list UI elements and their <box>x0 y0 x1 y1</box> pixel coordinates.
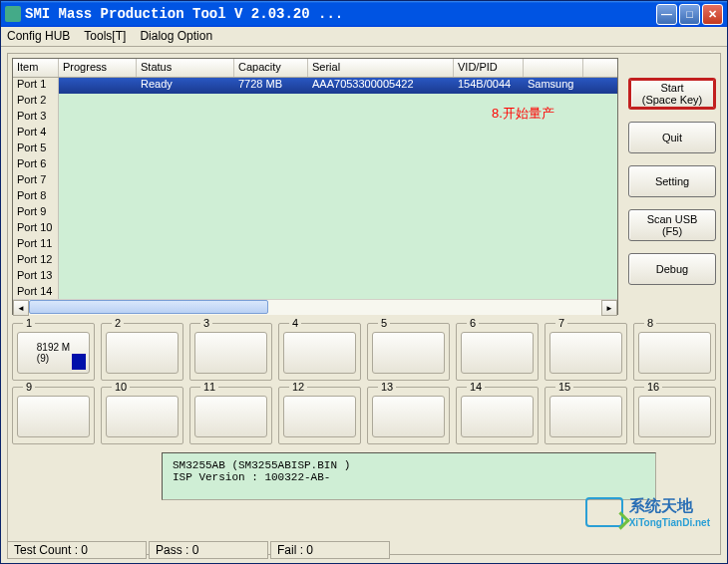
table-row[interactable]: Port 13 <box>13 269 617 285</box>
slot-display[interactable] <box>461 332 534 374</box>
h-scrollbar[interactable]: ◄ ► <box>13 299 617 315</box>
cell-serial <box>308 205 454 221</box>
cell-capacity <box>234 141 308 157</box>
cell-item: Port 10 <box>13 221 59 237</box>
cell-extra <box>524 157 583 173</box>
slot-display[interactable] <box>638 332 711 374</box>
slot-11: 11 <box>189 387 272 444</box>
scroll-left-button[interactable]: ◄ <box>13 300 29 316</box>
table-row[interactable]: Port 7 <box>13 173 617 189</box>
menu-config-hub[interactable]: Config HUB <box>7 29 70 44</box>
table-row[interactable]: Port 5 <box>13 141 617 157</box>
table-row[interactable]: Port 11 <box>13 237 617 253</box>
cell-capacity <box>234 269 308 285</box>
cell-vidpid <box>454 126 524 141</box>
start-button[interactable]: Start (Space Key) <box>628 78 716 110</box>
col-vidpid[interactable]: VID/PID <box>454 59 524 77</box>
cell-progress <box>59 141 137 157</box>
col-capacity[interactable]: Capacity <box>234 59 308 77</box>
slot-display[interactable]: 8192 M (9) <box>17 332 90 374</box>
cell-vidpid <box>454 173 524 189</box>
table-row[interactable]: Port 2 <box>13 94 617 110</box>
table-row[interactable]: Port 8 <box>13 189 617 205</box>
table-row[interactable]: Port 14 <box>13 285 617 299</box>
cell-extra <box>524 285 583 299</box>
close-button[interactable]: ✕ <box>702 4 723 25</box>
cell-serial <box>308 269 454 285</box>
cell-item: Port 6 <box>13 157 59 173</box>
cell-serial <box>308 110 454 126</box>
cell-status <box>137 237 234 253</box>
slot-label: 12 <box>289 381 307 393</box>
slot-display[interactable] <box>372 396 445 437</box>
col-item[interactable]: Item <box>13 59 59 77</box>
slot-display[interactable] <box>283 332 356 374</box>
cell-status <box>137 285 234 299</box>
slot-display[interactable] <box>638 396 711 437</box>
slot-label: 16 <box>644 381 662 393</box>
cell-capacity <box>234 285 308 299</box>
cell-progress <box>59 221 137 237</box>
slot-label: 9 <box>23 381 35 393</box>
slot-label: 4 <box>289 317 301 329</box>
col-extra[interactable] <box>524 59 583 77</box>
quit-button[interactable]: Quit <box>628 122 716 153</box>
cell-capacity <box>234 205 308 221</box>
cell-vidpid <box>454 94 524 110</box>
cell-extra <box>524 110 583 126</box>
slot-display[interactable] <box>194 332 267 374</box>
table-body[interactable]: Port 1Ready7728 MBAAA7053300005422154B/0… <box>13 78 617 299</box>
cell-extra <box>524 237 583 253</box>
setting-button[interactable]: Setting <box>628 165 716 197</box>
slot-9: 9 <box>12 387 95 444</box>
table-row[interactable]: Port 4 <box>13 126 617 141</box>
slot-display[interactable] <box>461 396 534 437</box>
slot-display[interactable] <box>194 396 267 437</box>
menu-tools[interactable]: Tools[T] <box>84 29 126 44</box>
cell-vidpid <box>454 157 524 173</box>
app-window: SMI Mass Production Tool V 2.03.20 ... —… <box>0 0 728 564</box>
table-row[interactable]: Port 6 <box>13 157 617 173</box>
cell-capacity <box>234 253 308 269</box>
col-status[interactable]: Status <box>137 59 234 77</box>
slot-display[interactable] <box>549 332 622 374</box>
scroll-track[interactable] <box>29 300 601 315</box>
cell-progress <box>59 126 137 141</box>
cell-progress <box>59 189 137 205</box>
table-row[interactable]: Port 9 <box>13 205 617 221</box>
statusbar: Test Count : 0 Pass : 0 Fail : 0 <box>7 541 721 559</box>
menu-dialog-option[interactable]: Dialog Option <box>140 29 212 44</box>
cell-vidpid <box>454 141 524 157</box>
slot-indicator <box>72 354 86 370</box>
table-row[interactable]: Port 3 <box>13 110 617 126</box>
slot-display[interactable] <box>106 332 179 374</box>
table-row[interactable]: Port 10 <box>13 221 617 237</box>
cell-serial <box>308 221 454 237</box>
slot-display[interactable] <box>17 396 90 437</box>
slot-display[interactable] <box>283 396 356 437</box>
watermark: 系统天地 XiTongTianDi.net <box>585 496 710 528</box>
slot-display[interactable] <box>106 396 179 437</box>
scan-usb-button[interactable]: Scan USB (F5) <box>628 209 716 241</box>
slot-1: 18192 M (9) <box>12 323 95 381</box>
debug-button[interactable]: Debug <box>628 253 716 285</box>
titlebar[interactable]: SMI Mass Production Tool V 2.03.20 ... —… <box>1 1 727 27</box>
scroll-right-button[interactable]: ► <box>601 300 617 316</box>
status-pass: Pass : 0 <box>149 541 268 559</box>
col-progress[interactable]: Progress <box>59 59 137 77</box>
client-area: Item Progress Status Capacity Serial VID… <box>1 47 727 561</box>
minimize-button[interactable]: — <box>656 4 677 25</box>
table-row[interactable]: Port 12 <box>13 253 617 269</box>
cell-serial <box>308 157 454 173</box>
scroll-thumb[interactable] <box>29 300 268 314</box>
cell-vidpid <box>454 221 524 237</box>
maximize-button[interactable]: □ <box>679 4 700 25</box>
cell-capacity <box>234 110 308 126</box>
info-line1: SM3255AB (SM3255ABISP.BIN ) <box>173 459 645 471</box>
slot-display[interactable] <box>372 332 445 374</box>
cell-serial <box>308 237 454 253</box>
col-serial[interactable]: Serial <box>308 59 454 77</box>
slot-label: 8 <box>644 317 656 329</box>
slot-display[interactable] <box>549 396 622 437</box>
table-row[interactable]: Port 1Ready7728 MBAAA7053300005422154B/0… <box>13 78 617 94</box>
